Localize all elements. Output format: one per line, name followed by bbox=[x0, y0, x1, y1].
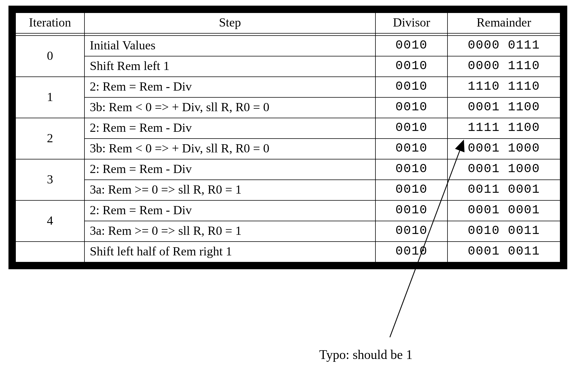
typo-annotation: Typo: should be 1 bbox=[319, 347, 412, 362]
svg-line-0 bbox=[390, 141, 463, 337]
annotation-arrow bbox=[0, 0, 578, 392]
